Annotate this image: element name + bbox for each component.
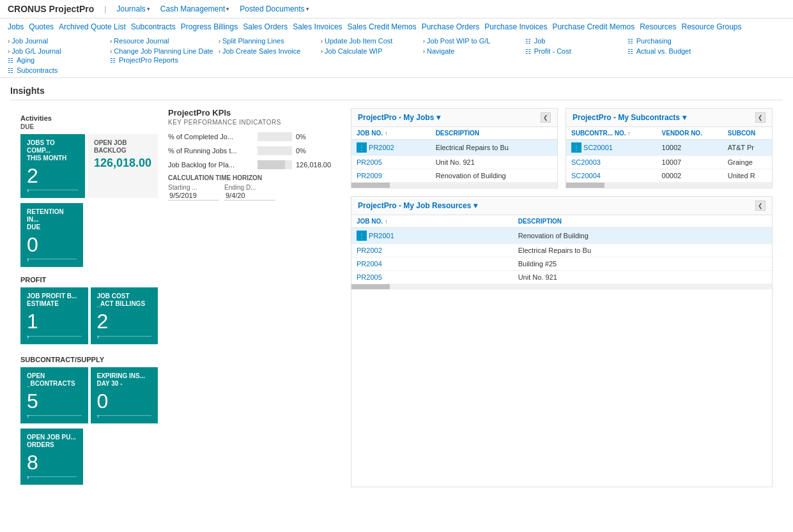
- menu-quotes[interactable]: Quotes: [29, 21, 59, 33]
- jobs-tile-label: JOBS TO COMP...THIS MONTH: [27, 139, 79, 162]
- purchase-orders-tile-label: OPEN JOB PU...ORDERS: [27, 434, 77, 449]
- my-jobs-dropdown-icon: ▾: [436, 113, 440, 122]
- my-subcontracts-col-no[interactable]: SUBCONTR... NO. ↑: [566, 127, 657, 140]
- nav-journals[interactable]: Journals ▾: [116, 4, 150, 13]
- link-aging[interactable]: ☷ Aging: [8, 56, 105, 65]
- tile-open-contracts[interactable]: OPEN_BCONTRACTS 5 ›: [20, 367, 88, 423]
- menu-sales-credit-memos[interactable]: Sales Credit Memos: [348, 21, 422, 33]
- my-subcontracts-col-subcon[interactable]: SUBCON: [723, 127, 772, 140]
- my-subcontracts-col-vendor[interactable]: VENDOR NO.: [657, 127, 723, 140]
- my-subcontracts-row[interactable]: SC20003 10007 Grainge: [566, 156, 772, 169]
- link-actual-vs-budget[interactable]: ☷ Actual vs. Budget: [627, 47, 725, 56]
- my-jobs-col-jobno[interactable]: JOB NO. ↑: [351, 127, 431, 140]
- menu-jobs[interactable]: Jobs: [8, 21, 29, 33]
- link-job-calculate-wip[interactable]: › Job Calculate WIP: [321, 47, 418, 56]
- open-contracts-arrow: ›: [27, 412, 29, 420]
- expiring-divider: [97, 415, 152, 416]
- job-no-cell[interactable]: PR2005: [351, 156, 431, 169]
- due-label: DUE: [20, 123, 158, 130]
- link-subcontracts-report[interactable]: ☷ Subcontracts: [8, 66, 105, 75]
- tile-job-cost-billings[interactable]: JOB COST_ACT BILLINGS 2 ›: [91, 287, 158, 344]
- my-subcontracts-title-text: ProjectPro - My Subcontracts: [573, 113, 680, 122]
- menu-resources[interactable]: Resources: [640, 21, 681, 33]
- link-job-post-wip[interactable]: › Job Post WIP to G/L: [423, 36, 520, 45]
- action-button[interactable]: ⋮: [357, 142, 367, 153]
- cost-billings-divider: [97, 336, 152, 337]
- right-section: ProjectPro - My Jobs ▾ ❮ JOB NO. ↑ DESCR…: [351, 108, 773, 487]
- action-button-res[interactable]: ⋮: [357, 231, 367, 241]
- my-job-resources-scrollbar[interactable]: [351, 284, 772, 289]
- my-jobs-scroll-btn[interactable]: ❮: [541, 112, 551, 123]
- my-jobs-col-desc[interactable]: DESCRIPTION: [431, 127, 557, 140]
- my-jobs-title[interactable]: ProjectPro - My Jobs ▾: [358, 113, 440, 122]
- my-jobs-scrollbar[interactable]: [351, 183, 557, 188]
- subcontract-no-cell[interactable]: SC20004: [566, 169, 657, 183]
- job-no-cell[interactable]: PR2009: [351, 169, 431, 183]
- link-split-planning-lines[interactable]: › Split Planning Lines: [219, 36, 316, 45]
- report-icon-4: ☷: [627, 48, 633, 55]
- my-job-resources-col-jobno[interactable]: JOB NO. ↑: [351, 215, 513, 228]
- menu-purchase-orders[interactable]: Purchase Orders: [422, 21, 485, 33]
- kpi-starting-value[interactable]: 9/5/2019: [168, 191, 219, 201]
- my-job-resources-col-desc[interactable]: DESCRIPTION: [513, 215, 772, 228]
- main-menu-row: Jobs Quotes Archived Quote List Subcontr…: [8, 19, 785, 35]
- arrow-icon-9: ›: [423, 38, 425, 45]
- link-navigate[interactable]: › Navigate: [423, 47, 520, 56]
- menu-resource-groups[interactable]: Resource Groups: [682, 21, 747, 33]
- tile-expiring[interactable]: EXPIRING INS...DAY 30 - 0 ›: [91, 367, 158, 423]
- my-jobs-row[interactable]: PR2005 Unit No. 921: [351, 156, 557, 169]
- job-desc-cell: Renovation of Building: [431, 169, 557, 183]
- resource-job-no-cell[interactable]: ⋮ PR2001: [351, 228, 513, 244]
- tile-jobs-to-complete[interactable]: JOBS TO COMP...THIS MONTH 2 ›: [20, 134, 85, 198]
- menu-purchase-credit-memos[interactable]: Purchase Credit Memos: [552, 21, 640, 33]
- my-subcontracts-scroll-btn[interactable]: ❮: [755, 112, 766, 123]
- resource-job-no-cell[interactable]: PR2005: [351, 271, 513, 284]
- my-job-resources-row[interactable]: ⋮ PR2001 Renovation of Building: [351, 228, 772, 244]
- tile-retention[interactable]: RETENTION IN...DUE 0 ›: [20, 203, 83, 267]
- my-job-resources-row[interactable]: PR2002 Electrical Repairs to Bu: [351, 244, 772, 257]
- menu-purchase-invoices[interactable]: Purchase Invoices: [484, 21, 552, 33]
- my-job-resources-title-text: ProjectPro - My Job Resources: [358, 201, 471, 210]
- subcontract-no-cell[interactable]: ⋮ SC20001: [566, 140, 657, 156]
- resource-job-no-cell[interactable]: PR2002: [351, 244, 513, 257]
- nav-cash-management[interactable]: Cash Management ▾: [160, 4, 229, 13]
- my-subcontracts-panel: ProjectPro - My Subcontracts ▾ ❮ SUBCONT…: [566, 108, 773, 188]
- job-no-cell[interactable]: ⋮ PR2002: [351, 140, 431, 156]
- my-subcontracts-row[interactable]: ⋮ SC20001 10002 AT&T Pr: [566, 140, 772, 156]
- my-subcontracts-table: SUBCONTR... NO. ↑ VENDOR NO. SUBCON ⋮ SC…: [566, 127, 772, 183]
- my-jobs-row[interactable]: PR2009 Renovation of Building: [351, 169, 557, 183]
- my-jobs-row[interactable]: ⋮ PR2002 Electrical Repairs to Bu: [351, 140, 557, 156]
- my-job-resources-row[interactable]: PR2005 Unit No. 921: [351, 271, 772, 284]
- link-projectpro-reports[interactable]: ☷ ProjectPro Reports: [110, 56, 207, 65]
- menu-progress-billings[interactable]: Progress Billings: [181, 21, 243, 33]
- menu-sales-invoices[interactable]: Sales Invoices: [293, 21, 347, 33]
- tile-job-profit[interactable]: JOB PROFIT B...ESTIMATE 1 ›: [20, 287, 88, 344]
- arrow-icon-2: ›: [8, 48, 10, 55]
- link-job-report[interactable]: ☷ Job: [525, 36, 622, 45]
- menu-sales-orders[interactable]: Sales Orders: [243, 21, 293, 33]
- subcontract-no-cell[interactable]: SC20003: [566, 156, 657, 169]
- my-subcontracts-row[interactable]: SC20004 00002 United R: [566, 169, 772, 183]
- menu-subcontracts[interactable]: Subcontracts: [131, 21, 181, 33]
- tile-open-purchase-orders[interactable]: OPEN JOB PU...ORDERS 8 ›: [20, 429, 83, 485]
- my-job-resources-scroll-btn[interactable]: ❮: [755, 201, 766, 211]
- my-job-resources-title[interactable]: ProjectPro - My Job Resources ▾: [358, 201, 477, 210]
- link-profit-cost[interactable]: ☷ Profit - Cost: [525, 47, 622, 56]
- link-change-job-planning[interactable]: › Change Job Planning Line Date: [110, 47, 213, 56]
- action-button-sub[interactable]: ⋮: [571, 142, 581, 153]
- my-job-resources-row[interactable]: PR2004 Building #25: [351, 257, 772, 271]
- link-job-journal[interactable]: › Job Journal: [8, 36, 105, 45]
- kpi-ending-value[interactable]: 9/4/20: [224, 191, 275, 201]
- menu-archived-quote-list[interactable]: Archived Quote List: [59, 21, 131, 33]
- link-resource-journal[interactable]: › Resource Journal: [110, 36, 213, 45]
- my-subcontracts-scrollbar[interactable]: [566, 183, 772, 188]
- link-job-create-sales-invoice[interactable]: › Job Create Sales Invoice: [219, 47, 316, 56]
- main-content: Activities DUE JOBS TO COMP...THIS MONTH…: [10, 108, 783, 487]
- nav-posted-documents[interactable]: Posted Documents ▾: [240, 4, 309, 13]
- link-job-gl-journal[interactable]: › Job G/L Journal: [8, 47, 105, 56]
- my-subcontracts-title[interactable]: ProjectPro - My Subcontracts ▾: [573, 113, 686, 122]
- link-update-job-item-cost[interactable]: › Update Job Item Cost: [321, 36, 418, 45]
- resource-job-no-cell[interactable]: PR2004: [351, 257, 513, 271]
- link-purchasing[interactable]: ☷ Purchasing: [627, 36, 725, 45]
- tile-open-job-backlog[interactable]: OPEN JOBBACKLOG 126,018.00: [88, 134, 158, 198]
